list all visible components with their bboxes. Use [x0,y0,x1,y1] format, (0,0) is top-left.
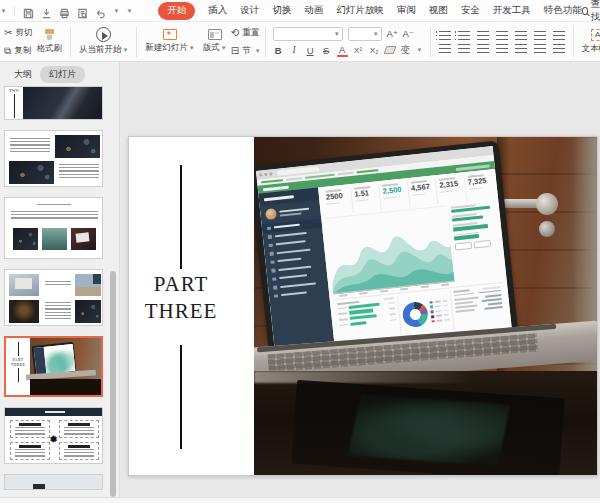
customize-toolbar-icon[interactable]: ▼ [126,8,132,14]
tab-review[interactable]: 审阅 [397,4,416,17]
cut-button[interactable]: ✂ 剪切 [4,25,32,40]
decrease-indent-icon[interactable] [477,31,489,40]
tab-transition[interactable]: 切换 [272,4,291,17]
reset-button[interactable]: ⟲ 重置 [231,25,261,40]
thumb3-photo-b [42,228,67,250]
textbox-button[interactable]: A 文本框▼ [578,24,600,60]
chevron-down-icon: ▼ [1,8,7,14]
play-from-current-button[interactable]: 从当前开始▼ [75,24,132,60]
file-menu[interactable]: 文件 ▼ [0,0,6,24]
text-effect-button[interactable]: 变 [400,44,411,57]
divider [70,27,71,57]
tab-home[interactable]: 开始 [158,2,195,20]
decorative-line [18,342,19,356]
scissors-icon: ✂ [4,28,12,38]
slide-thumbnail-1[interactable]: TWO [4,86,103,120]
stat-value: 2,315 [440,180,465,191]
font-size-select[interactable]: ▼ [348,27,382,41]
divider [430,27,431,57]
slide-thumbnail-4[interactable] [4,269,103,326]
slide-thumbnail-5-selected[interactable]: PART THREE [4,336,103,397]
layout-button[interactable]: 版式▼ [199,24,231,60]
italic-button[interactable]: I [289,45,300,55]
print-icon[interactable] [59,5,70,16]
area-chart [326,205,456,299]
copy-button[interactable]: ⧉ 复制 [4,43,32,58]
undo-dropdown-icon[interactable]: ▼ [113,8,119,14]
superscript-button[interactable]: X² [353,46,364,55]
tab-outline[interactable]: 大纲 [14,68,32,81]
tab-security[interactable]: 安全 [461,4,480,17]
format-painter-button[interactable]: 格式刷 [32,24,66,60]
tab-animation[interactable]: 动画 [304,4,323,17]
decorative-line-bottom [180,345,182,449]
new-slide-icon [163,29,177,40]
slide-thumbnail-6[interactable]: ✹ [4,407,103,464]
thumb3-photo-a [13,228,38,250]
current-slide[interactable]: PART THREE [128,136,598,476]
print-preview-icon[interactable] [77,5,88,16]
thumb2-photo-b [9,161,54,184]
thumb3-photo-c [71,228,96,250]
tab-design[interactable]: 设计 [240,4,259,17]
thumb2-text-b [59,164,99,180]
slide-photo[interactable]: 2500 1.51 2,500 4,567 2,315 7,325 [254,137,597,475]
sidebar-scrollbar [110,86,116,497]
text-align-options-icon[interactable] [553,31,565,40]
thumb4-photo-d [75,300,101,323]
new-slide-button[interactable]: 新建幻灯片▼ [141,24,198,60]
thumb6-center-star: ✹ [49,434,58,444]
avatar [265,208,277,220]
grow-font-button[interactable]: A⁺ [387,28,398,39]
subscript-button[interactable]: X₂ [369,46,380,55]
bold-button[interactable]: B [273,45,284,56]
slide-thumbnail-3[interactable] [4,197,103,259]
tab-devtools[interactable]: 开发工具 [493,4,531,17]
align-right-icon[interactable] [477,44,489,53]
thumb4-title [45,281,71,285]
align-center-icon[interactable] [458,44,470,53]
quick-access-toolbar: ▼ ▼ [14,5,140,16]
font-color-button[interactable]: A [337,44,348,57]
slide-title-line2: THREE [129,298,233,325]
thumb1-label: TWO [5,88,23,93]
tab-special-features[interactable]: 特色功能 [544,4,582,17]
tab-insert[interactable]: 插入 [208,4,227,17]
bullets-icon[interactable] [439,31,451,40]
cut-label: 剪切 [15,27,32,39]
thumb6-box-c [10,442,50,460]
undo-icon[interactable] [95,5,106,16]
slide-thumbnail-7[interactable] [4,474,103,490]
tab-slideshow[interactable]: 幻灯片放映 [336,4,384,17]
shrink-font-button[interactable]: A⁻ [403,28,414,39]
underline-button[interactable]: U [305,45,316,56]
font-group: ▼ ▼ A⁺ A⁻ B I U S A X² X₂ 变 ▼ [270,27,426,57]
numbering-icon[interactable] [458,31,470,40]
smartart-icon[interactable] [553,44,565,53]
find-button[interactable]: 查找 [582,0,600,24]
section-button[interactable]: ⊟ 节 ▼ [231,43,261,58]
columns-icon[interactable] [534,44,546,53]
line-spacing-icon[interactable] [515,31,527,40]
chevron-down-icon: ▼ [417,47,423,53]
export-pdf-icon[interactable] [41,5,52,16]
text-direction-icon[interactable] [534,31,546,40]
divider [136,27,137,57]
laptop-screen: 2500 1.51 2,500 4,567 2,315 7,325 [254,140,519,361]
thumb6-box-b [59,420,99,438]
slide-thumbnail-2[interactable] [4,130,103,187]
clear-format-icon[interactable] [383,46,396,54]
save-icon[interactable] [23,5,34,16]
justify-icon[interactable] [496,44,508,53]
slide-title-block[interactable]: PART THREE [129,137,254,475]
sidebar-scrollbar-thumb[interactable] [110,271,116,497]
thumb3-body [11,211,98,221]
layout-label: 版式▼ [203,42,227,54]
distribute-icon[interactable] [515,44,527,53]
align-left-icon[interactable] [439,44,451,53]
increase-indent-icon[interactable] [496,31,508,40]
tab-slides[interactable]: 幻灯片 [40,66,85,83]
tab-view[interactable]: 视图 [429,4,448,17]
strikethrough-button[interactable]: S [321,45,332,56]
font-family-select[interactable]: ▼ [273,27,343,41]
